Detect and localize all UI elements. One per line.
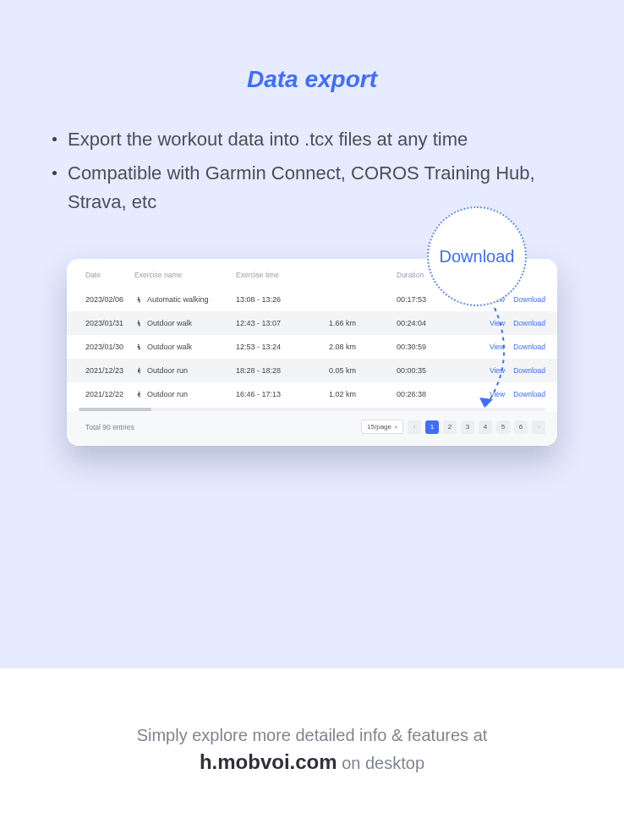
pager-page-5[interactable]: 5 [496,420,510,434]
table-row: 2023/01/31Outdoor walk12:43 - 13:071.66 … [67,311,557,335]
col-date: Date [67,264,129,288]
scrollbar-thumb[interactable] [79,408,151,411]
download-link[interactable]: Download [513,390,545,398]
bullet-item: Compatible with Garmin Connect, COROS Tr… [52,159,580,217]
pager-next[interactable]: › [532,420,545,434]
svg-point-3 [138,344,140,346]
cell-exercise: Automatic walking [129,288,231,311]
pager-page-1[interactable]: 1 [425,420,439,434]
cell-distance: 2.08 km [324,335,391,359]
table-row: 2021/12/23Outdoor run18:28 - 18:280.05 k… [67,359,557,382]
pager-prev[interactable]: ‹ [408,420,421,434]
col-distance [324,264,391,288]
horizontal-scrollbar[interactable] [79,408,545,411]
cell-exercise: Outdoor run [129,382,231,406]
table-row: 2023/01/30Outdoor walk12:53 - 13:242.08 … [67,335,557,359]
cell-distance [324,288,391,311]
cell-time: 18:28 - 18:28 [231,359,324,382]
cell-date: 2023/01/31 [67,311,129,335]
footer-domain: h.mobvoi.com [200,750,337,773]
cell-operator: ViewDownload [459,382,557,406]
cell-distance: 1.66 km [324,311,391,335]
cell-operator: ViewDownload [459,359,557,382]
cell-distance: 1.02 km [324,382,391,406]
walk-icon [134,343,142,351]
pager-page-2[interactable]: 2 [443,420,457,434]
download-callout: Download [427,206,527,306]
footer: Simply explore more detailed info & feat… [0,668,624,774]
chevron-down-icon: ▾ [395,424,397,430]
download-link[interactable]: Download [513,366,545,375]
svg-point-5 [139,392,140,393]
cell-operator: ViewDownload [459,311,557,335]
cell-time: 13:08 - 13:26 [231,288,324,311]
cell-duration: 00:26:38 [391,382,459,406]
pager-page-6[interactable]: 6 [514,420,528,434]
table-row: 2021/12/22Outdoor run16:46 - 17:131.02 k… [67,382,557,406]
cell-exercise: Outdoor walk [129,311,231,335]
bullet-list: Export the workout data into .tcx files … [0,125,624,217]
cell-exercise: Outdoor run [129,359,231,382]
cell-date: 2023/01/30 [67,335,129,359]
total-entries-label: Total 90 entries [85,423,134,431]
cell-duration: 00:00:35 [391,359,459,382]
cell-time: 16:46 - 17:13 [231,382,324,406]
svg-point-1 [138,297,140,299]
col-exercise-name: Exercise name [129,264,231,288]
cell-duration: 00:24:04 [391,311,459,335]
view-link[interactable]: View [490,366,505,375]
run-icon [134,391,142,398]
cell-date: 2023/02/06 [67,288,129,311]
run-icon [134,367,142,375]
footer-suffix: on desktop [337,754,424,772]
pager-page-3[interactable]: 3 [461,420,474,434]
cell-duration: 00:30:59 [391,335,459,359]
pagination-bar: Total 90 entries 15/page ▾ ‹ 123456 › [67,411,557,446]
cell-date: 2021/12/22 [67,382,129,406]
page-title: Data export [0,66,624,93]
cell-distance: 0.05 km [324,359,391,382]
cell-date: 2021/12/23 [67,359,129,382]
view-link[interactable]: View [490,319,505,327]
cell-time: 12:53 - 13:24 [231,335,324,359]
walk-icon [134,296,142,304]
footer-line1: Simply explore more detailed info & feat… [0,726,624,745]
view-link[interactable]: View [490,343,505,351]
view-link[interactable]: View [490,390,505,398]
cell-time: 12:43 - 13:07 [231,311,324,335]
bullet-item: Export the workout data into .tcx files … [52,125,580,154]
col-exercise-time: Exercise time [231,264,324,288]
cell-operator: ViewDownload [459,335,557,359]
cell-exercise: Outdoor walk [129,335,231,359]
pager-page-4[interactable]: 4 [479,420,492,434]
svg-point-2 [138,321,140,322]
download-link[interactable]: Download [513,343,545,351]
per-page-value: 15/page [367,423,391,431]
svg-point-4 [139,368,140,370]
download-link[interactable]: Download [513,295,545,304]
walk-icon [134,320,142,327]
per-page-select[interactable]: 15/page ▾ [361,420,403,434]
download-link[interactable]: Download [513,319,545,327]
